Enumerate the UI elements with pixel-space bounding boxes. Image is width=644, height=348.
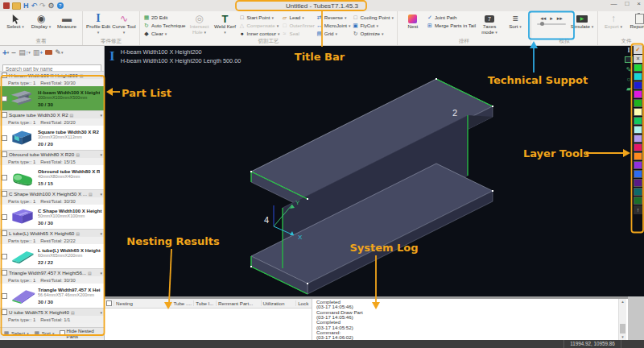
microjoint-button[interactable]: ↔MicroJoint▾ [316, 22, 351, 29]
part-item-0[interactable]: H-beam Width100 X Height200mmX100mmX500m… [0, 86, 104, 110]
minimize-button[interactable]: — [610, 0, 617, 7]
part-item-3[interactable]: C Shape Width100 X Height50mmX100mmX100m… [0, 205, 104, 229]
report-button[interactable]: Report ▾ [627, 12, 644, 38]
part-group-header-1[interactable]: Square tube Width30 X R2▤▾ [0, 110, 104, 118]
grid-button[interactable]: ▤Grid▾ [316, 30, 351, 37]
play-icon[interactable]: ▸ [550, 15, 553, 22]
layer-color-16[interactable] [634, 197, 642, 205]
part-item-checkbox[interactable] [2, 293, 7, 299]
layer-color-6[interactable] [634, 108, 642, 116]
layer-color-3[interactable] [634, 81, 642, 89]
chevron-down-icon[interactable]: ▾ [100, 152, 102, 157]
part-group-checkbox[interactable] [2, 309, 7, 315]
part-group-header-3[interactable]: C Shape Width100 X Height50 X ...▤▾ [0, 189, 104, 197]
scroll-down-icon[interactable]: ▾ [619, 334, 626, 340]
reverse-button[interactable]: ⇄Reverse▾ [316, 14, 351, 21]
layer-color-4[interactable] [634, 90, 642, 98]
2d-edit-button[interactable]: ▦2D Edit [143, 14, 186, 21]
part-item-checkbox[interactable] [2, 214, 7, 220]
part-group-checkbox[interactable] [2, 270, 7, 276]
step-forward-icon[interactable]: ▸▸ [557, 15, 563, 22]
part-item-4[interactable]: L tube(L) Width65 X Height60mmX65mmX200m… [0, 244, 104, 268]
layer-color-11[interactable] [634, 152, 642, 160]
part-group-checkbox[interactable] [2, 151, 7, 157]
layer-color-15[interactable] [634, 188, 642, 196]
nesting-results-table[interactable]: NestingTube ....Tube l...Remnant Part...… [105, 299, 312, 340]
part-group-checkbox[interactable] [2, 191, 7, 197]
chevron-down-icon[interactable]: ▾ [100, 310, 102, 315]
part-group-header-4[interactable]: L tube(L) Width65 X Height60▤▾ [0, 229, 104, 237]
compensate-button[interactable]: △Compensate▾ [239, 22, 280, 29]
part-item-checkbox[interactable] [2, 96, 7, 102]
layer-color-1[interactable] [634, 64, 642, 72]
close-button[interactable]: × [637, 0, 641, 7]
7axes-mode-button[interactable]: 77axes mode ▾ [477, 12, 502, 38]
chevron-down-icon[interactable]: ▾ [100, 192, 102, 197]
curve-tool-button[interactable]: ∿Curve Tool ▾ [112, 12, 136, 38]
add-part-button[interactable]: +▾ [2, 48, 9, 57]
part-group-header-6[interactable]: U tube Width75 X Height40▤▾ [0, 308, 104, 316]
nesting-header-checkbox[interactable] [106, 300, 112, 306]
layer-color-7[interactable] [634, 117, 642, 125]
layer-color-5[interactable] [634, 99, 642, 107]
seal-button[interactable]: ≈Seal [282, 30, 315, 37]
chevron-down-icon[interactable]: ▾ [100, 231, 102, 236]
part-group-checkbox[interactable] [2, 230, 7, 236]
part-group-checkbox[interactable] [2, 112, 7, 118]
draw-part-button[interactable]: ✎▾ [55, 48, 63, 56]
import-part-button[interactable]: ▤↑▾ [19, 48, 31, 56]
select-button[interactable]: Select ▾ [3, 12, 27, 38]
part-group-checkbox[interactable] [2, 72, 7, 78]
display-button[interactable]: ◉Display ▾ [29, 12, 53, 38]
lead-button[interactable]: ▱Lead▾ [282, 14, 315, 21]
export-button[interactable]: ↑Export ▾ [601, 12, 625, 38]
part-group-header-2[interactable]: Obround tube Width80 X R20▤▾ [0, 150, 104, 158]
inner-contour-button[interactable]: ●Inner contour▾ [239, 30, 280, 37]
part-group-header-5[interactable]: Triangle Width97.457 X Height56...▤▾ [0, 268, 104, 276]
part-item-checkbox[interactable] [2, 175, 7, 180]
display-box-icon[interactable] [625, 56, 633, 64]
scroll-thumb[interactable] [620, 324, 625, 334]
confirm-icon[interactable]: ✓ [634, 46, 642, 54]
system-log[interactable]: Completed(03-17 14:05:46)Command:Draw Pa… [314, 299, 618, 340]
clear-button[interactable]: ◆Clear▾ [143, 30, 186, 37]
layer-color-10[interactable] [634, 143, 642, 151]
export-part-button[interactable]: ▥+ [33, 48, 43, 56]
hide-nested-checkbox[interactable]: Hide Nested Parts [60, 328, 101, 339]
layer-color-8[interactable] [634, 126, 642, 134]
part-item-checkbox[interactable] [2, 254, 7, 259]
ibeam-tool-icon[interactable]: I [627, 47, 630, 55]
eraser-tool-icon[interactable]: ▰ [626, 85, 631, 93]
log-scrollbar[interactable]: ▴ ▾ [618, 299, 626, 340]
layer-color-2[interactable] [634, 72, 642, 81]
slider-handle[interactable] [540, 22, 544, 26]
auto-technique-button[interactable]: ↻Auto Technique [143, 22, 186, 29]
part-item-checkbox[interactable] [2, 135, 7, 141]
part-group-header-0[interactable]: H-beam Width100 X Height200▤▾ [0, 71, 104, 79]
chevron-down-icon[interactable]: ▾ [100, 271, 102, 276]
circle-tool-icon[interactable]: ○ [627, 76, 631, 84]
part-item-2[interactable]: Obround tube Width80 X R40mmX80mmX40mm15… [0, 165, 104, 189]
layer-color-14[interactable] [634, 179, 642, 187]
profile-edit-button[interactable]: IProfile Edit ▾ [86, 12, 110, 38]
pick-layer-icon[interactable]: ↑ [634, 205, 642, 214]
optimize-button[interactable]: ↻Optimize▾ [353, 30, 394, 37]
measure-button[interactable]: ▬Measure [55, 12, 79, 38]
maximize-button[interactable]: □ [625, 0, 629, 7]
layer-color-13[interactable] [634, 170, 642, 178]
layer-color-9[interactable] [634, 135, 642, 143]
joint-path-button[interactable]: ✓Joint Path [427, 14, 476, 21]
part-item-1[interactable]: Square tube Width30 X R230mmX30mmX113mm2… [0, 126, 104, 150]
flycut-button[interactable]: ▣FlyCut▾ [353, 22, 394, 29]
sort-button[interactable]: ≡Sort ▾ [503, 12, 527, 38]
viewport-3d[interactable]: 2 4 Y X [105, 45, 644, 296]
layer-color-12[interactable] [634, 161, 642, 169]
weld-kerf-button[interactable]: TWeld Kerf ▾ [213, 12, 237, 38]
intersect-hole-button[interactable]: ◎Intersect Hole ▾ [188, 12, 212, 38]
merge-parts-in-tail-button[interactable]: ⊞Merge Parts in Tail [427, 22, 476, 29]
sort-dropdown[interactable]: ▦ Sort▾ [34, 330, 55, 337]
step-back-icon[interactable]: ◂◂ [540, 15, 546, 22]
nest-button[interactable]: Nest [401, 12, 425, 38]
cooling-point-button[interactable]: □Cooling Point▾ [353, 14, 394, 21]
chevron-down-icon[interactable]: ▾ [100, 73, 102, 78]
